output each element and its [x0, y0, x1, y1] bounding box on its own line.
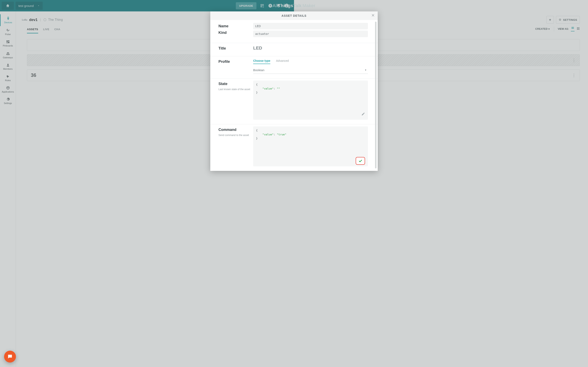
state-label: State [218, 81, 253, 87]
profile-tab-choose-type[interactable]: Choose type [253, 59, 270, 64]
name-label: Name [218, 23, 253, 29]
title-value[interactable]: LED [253, 45, 294, 51]
name-field: LED [253, 23, 294, 29]
command-label: Command [218, 126, 253, 133]
kind-label: Kind [218, 29, 253, 36]
state-json: { "value": ""} [253, 81, 294, 120]
profile-tab-advanced[interactable]: Advanced [276, 59, 289, 64]
profile-type-select[interactable]: Boolean ▼ [253, 67, 294, 74]
kind-field: actuator [253, 31, 294, 37]
profile-subtabs: Choose type Advanced [253, 59, 294, 64]
profile-label: Profile [218, 58, 253, 65]
modal-title: ASSET DETAILS [282, 14, 294, 17]
title-label: Title [218, 45, 253, 52]
modal-header: ASSET DETAILS [210, 11, 294, 20]
state-sub: Last known state of the asset [218, 88, 253, 91]
asset-details-modal: ASSET DETAILS Name Kind LED actuator Tit… [210, 11, 294, 171]
command-json[interactable]: { "value": "true"} [253, 126, 294, 166]
command-sub: Send command to the asset [218, 134, 253, 137]
